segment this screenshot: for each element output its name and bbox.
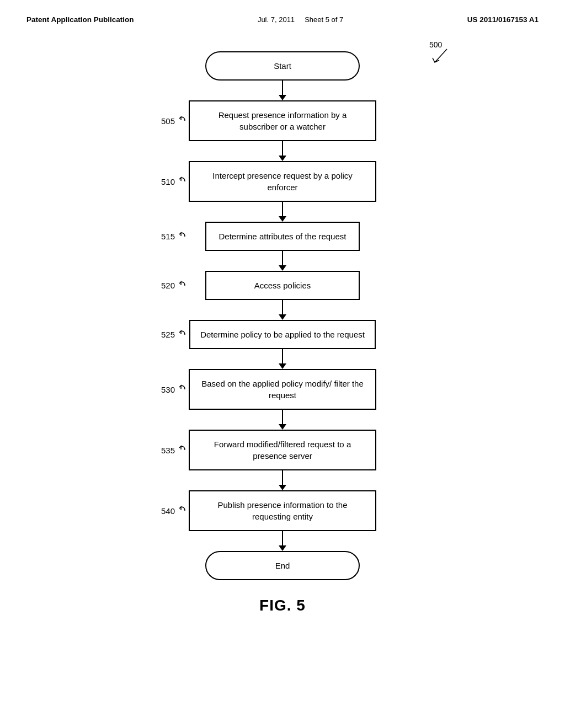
- step-505-text: Request presence information by a subscr…: [218, 110, 347, 131]
- step-505-shape: Request presence information by a subscr…: [189, 100, 376, 141]
- header-center: Jul. 7, 2011 Sheet 5 of 7: [258, 15, 343, 24]
- diagram-number-label: 500: [429, 40, 449, 63]
- flowchart: Start 505 Request presence information b…: [172, 51, 393, 580]
- step-525-shape: Determine policy to be applied to the re…: [189, 320, 376, 349]
- step-525-text: Determine policy to be applied to the re…: [200, 330, 365, 339]
- step-510-shape: Intercept presence request by a policy e…: [189, 161, 376, 202]
- step-row-525: 525 Determine policy to be applied to th…: [145, 320, 420, 349]
- step-row-530: 530 Based on the applied policy modify/ …: [145, 369, 420, 410]
- header-date: Jul. 7, 2011: [258, 15, 295, 24]
- header-right: US 2011/0167153 A1: [467, 15, 539, 24]
- step-row-505: 505 Request presence information by a su…: [145, 100, 420, 141]
- arrow-4: [279, 300, 286, 320]
- step-row-515: 515 Determine attributes of the request: [145, 222, 420, 251]
- header-left: Patent Application Publication: [26, 15, 134, 24]
- step-row-510: 510 Intercept presence request by a poli…: [145, 161, 420, 202]
- arrow-3: [279, 251, 286, 271]
- step-num-535: 535: [161, 445, 187, 455]
- step-num-510: 510: [161, 176, 187, 186]
- step-row-start: Start: [145, 51, 420, 81]
- step-535-text: Forward modified/filtered request to a p…: [214, 440, 351, 461]
- diagram: 500 Start 505 Request presence informat: [0, 24, 565, 614]
- arrow-2: [279, 202, 286, 222]
- step-540-text: Publish presence information to the requ…: [217, 500, 347, 521]
- start-shape: Start: [205, 51, 360, 81]
- end-label: End: [275, 561, 290, 570]
- step-515-text: Determine attributes of the request: [219, 232, 347, 241]
- step-num-530: 530: [161, 384, 187, 394]
- step-num-525: 525: [161, 330, 187, 340]
- step-row-520: 520 Access policies: [145, 271, 420, 300]
- end-shape: End: [205, 551, 360, 580]
- step-num-505: 505: [161, 116, 187, 126]
- step-510-text: Intercept presence request by a policy e…: [212, 171, 352, 192]
- step-520-text: Access policies: [254, 281, 311, 290]
- page-header: Patent Application Publication Jul. 7, 2…: [0, 0, 565, 24]
- arrow-0: [279, 81, 286, 100]
- step-num-520: 520: [161, 281, 187, 291]
- arrow-7: [279, 470, 286, 490]
- step-530-shape: Based on the applied policy modify/ filt…: [189, 369, 376, 410]
- arrow-8: [279, 531, 286, 551]
- arrow-6: [279, 410, 286, 430]
- step-num-515: 515: [161, 232, 187, 242]
- step-520-shape: Access policies: [205, 271, 360, 300]
- step-num-540: 540: [161, 506, 187, 516]
- step-row-540: 540 Publish presence information to the …: [145, 490, 420, 531]
- step-row-535: 535 Forward modified/filtered request to…: [145, 430, 420, 470]
- step-515-shape: Determine attributes of the request: [205, 222, 360, 251]
- step-530-text: Based on the applied policy modify/ filt…: [201, 379, 364, 400]
- step-540-shape: Publish presence information to the requ…: [189, 490, 376, 531]
- step-535-shape: Forward modified/filtered request to a p…: [189, 430, 376, 470]
- arrow-5: [279, 349, 286, 369]
- fig-caption: FIG. 5: [259, 597, 306, 614]
- diagram-number: 500: [429, 40, 442, 49]
- start-label: Start: [274, 61, 291, 71]
- step-row-end: End: [145, 551, 420, 580]
- header-sheet: Sheet 5 of 7: [305, 15, 343, 24]
- arrow-1: [279, 141, 286, 161]
- svg-line-0: [435, 49, 447, 62]
